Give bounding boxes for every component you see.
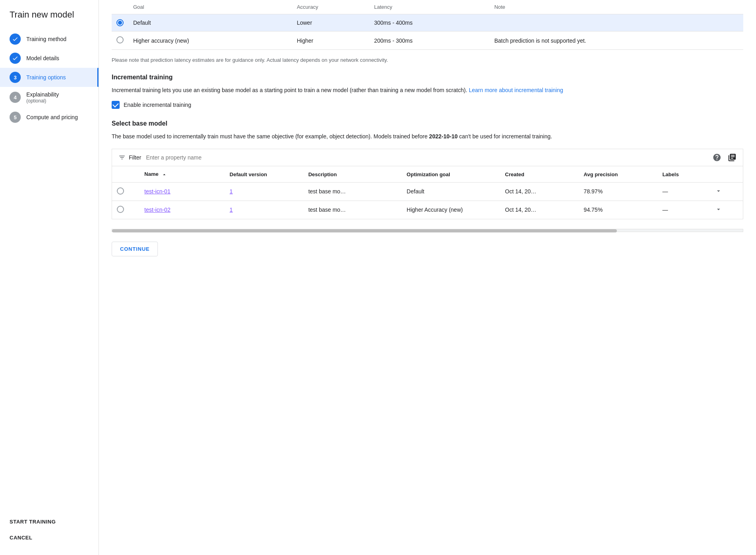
base-model-title: Select base model: [112, 120, 743, 127]
radio-higher-accuracy[interactable]: [116, 36, 124, 43]
expand-btn-2[interactable]: [715, 206, 738, 214]
opt-col-goal: Goal: [128, 0, 292, 14]
step-icon-training-method: [10, 33, 21, 45]
continue-button[interactable]: CONTINUE: [112, 242, 158, 256]
th-name[interactable]: Name: [140, 166, 225, 182]
th-goal: Optimization goal: [402, 166, 500, 182]
opt-col-latency: Latency: [369, 0, 489, 14]
th-precision: Avg precision: [579, 166, 658, 182]
step-number-5: 5: [14, 114, 16, 120]
model-created-2: Oct 14, 20…: [500, 201, 579, 219]
model-version-2[interactable]: 1: [230, 207, 233, 213]
base-model-desc: The base model used to incrementally tra…: [112, 132, 743, 141]
th-labels: Labels: [658, 166, 710, 182]
base-model-section: Select base model The base model used to…: [112, 120, 743, 232]
step-icon-compute-pricing: 5: [10, 112, 21, 123]
opt-latency-higher: 200ms - 300ms: [369, 31, 489, 50]
opt-row-default[interactable]: Default Lower 300ms - 400ms: [112, 14, 743, 31]
th-expand: [710, 166, 743, 182]
opt-note-higher: Batch prediction is not supported yet.: [490, 31, 743, 50]
th-created: Created: [500, 166, 579, 182]
filter-input[interactable]: [146, 154, 713, 161]
sidebar-item-explainability[interactable]: 4 Explainability (optional): [0, 87, 98, 108]
model-labels-2: —: [658, 201, 710, 219]
model-row-1[interactable]: test-icn-01 1 test base mo… Default Oct …: [112, 182, 743, 201]
optimization-goal-table: Goal Accuracy Latency Note Default Lower…: [112, 0, 743, 50]
app-title: Train new model: [0, 10, 98, 30]
sidebar-label-explainability: Explainability: [26, 91, 59, 98]
model-version-1[interactable]: 1: [230, 188, 233, 195]
sidebar: Train new model Training method Model de…: [0, 0, 99, 555]
incremental-title: Incremental training: [112, 74, 743, 81]
model-table-scroll: Name Default version Description Optimiz…: [112, 166, 743, 219]
step-icon-model-details: [10, 53, 21, 64]
model-table: Name Default version Description Optimiz…: [112, 166, 743, 219]
help-icon-btn[interactable]: [713, 153, 721, 162]
base-model-date: 2022-10-10: [429, 133, 458, 140]
opt-latency-default: 300ms - 400ms: [369, 14, 489, 31]
enable-incremental-row[interactable]: Enable incremental training: [112, 101, 743, 109]
radio-model-2[interactable]: [117, 206, 124, 213]
opt-note-default: [490, 14, 743, 31]
model-labels-1: —: [658, 182, 710, 201]
radio-default[interactable]: [116, 19, 124, 26]
sidebar-sublabel-explainability: (optional): [26, 98, 59, 104]
cancel-label: CANCEL: [10, 535, 32, 541]
columns-icon-btn[interactable]: [728, 153, 736, 162]
step-icon-training-options: 3: [10, 72, 21, 83]
model-name-2[interactable]: test-icn-02: [144, 207, 170, 213]
start-training-label: START TRAINING: [10, 519, 56, 525]
incremental-link[interactable]: Learn more about incremental training: [469, 87, 563, 93]
incremental-desc: Incremental training lets you use an exi…: [112, 86, 743, 94]
model-goal-2: Higher Accuracy (new): [402, 201, 500, 219]
opt-goal-higher: Higher accuracy (new): [128, 31, 292, 50]
filter-bar: Filter: [112, 149, 743, 166]
enable-incremental-label: Enable incremental training: [124, 102, 191, 108]
incremental-training-section: Incremental training Incremental trainin…: [112, 74, 743, 109]
start-training-action[interactable]: START TRAINING: [0, 514, 98, 529]
model-name-1[interactable]: test-icn-01: [144, 188, 170, 195]
filter-actions: [713, 153, 736, 162]
th-radio: [112, 166, 140, 182]
model-precision-2: 94.75%: [579, 201, 658, 219]
main-content: Goal Accuracy Latency Note Default Lower…: [99, 0, 756, 555]
model-goal-1: Default: [402, 182, 500, 201]
step-number-4: 4: [14, 94, 16, 100]
th-version: Default version: [225, 166, 303, 182]
radio-model-1[interactable]: [117, 187, 124, 195]
opt-col-accuracy: Accuracy: [292, 0, 369, 14]
sidebar-item-training-method[interactable]: Training method: [0, 30, 98, 49]
sidebar-label-compute-pricing: Compute and pricing: [26, 114, 78, 121]
opt-goal-default: Default: [128, 14, 292, 31]
opt-col-note: Note: [490, 0, 743, 14]
model-row-2[interactable]: test-icn-02 1 test base mo… Higher Accur…: [112, 201, 743, 219]
expand-btn-1[interactable]: [715, 187, 738, 196]
filter-icon: [118, 154, 126, 161]
sidebar-label-model-details: Model details: [26, 55, 59, 62]
sidebar-label-training-options: Training options: [26, 74, 66, 81]
scrollbar-thumb[interactable]: [112, 229, 617, 232]
th-description: Description: [303, 166, 402, 182]
sidebar-item-model-details[interactable]: Model details: [0, 49, 98, 68]
sidebar-item-training-options[interactable]: 3 Training options: [0, 68, 98, 87]
latency-note: Please note that prediction latency esti…: [112, 56, 743, 64]
opt-row-higher-accuracy[interactable]: Higher accuracy (new) Higher 200ms - 300…: [112, 31, 743, 50]
horizontal-scrollbar[interactable]: [112, 229, 743, 232]
sidebar-label-training-method: Training method: [26, 35, 67, 43]
opt-accuracy-higher: Higher: [292, 31, 369, 50]
model-precision-1: 78.97%: [579, 182, 658, 201]
model-desc-2: test base mo…: [303, 201, 402, 219]
filter-label: Filter: [129, 154, 141, 161]
opt-accuracy-default: Lower: [292, 14, 369, 31]
cancel-action[interactable]: CANCEL: [0, 529, 98, 545]
model-created-1: Oct 14, 20…: [500, 182, 579, 201]
step-icon-explainability: 4: [10, 92, 21, 103]
step-number-3: 3: [14, 75, 16, 81]
enable-incremental-checkbox[interactable]: [112, 101, 120, 109]
sidebar-item-compute-pricing[interactable]: 5 Compute and pricing: [0, 108, 98, 127]
model-desc-1: test base mo…: [303, 182, 402, 201]
